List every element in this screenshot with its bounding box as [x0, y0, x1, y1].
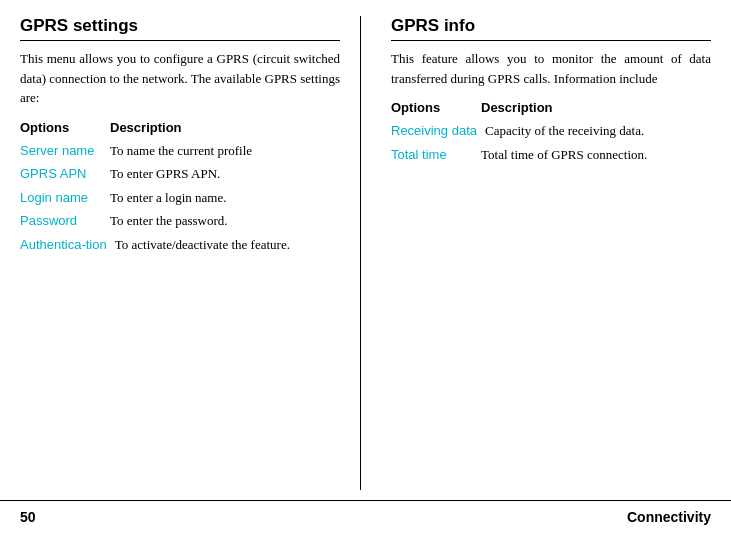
option-name-authentication: Authentica-tion: [20, 235, 115, 255]
option-name-server: Server name: [20, 141, 110, 161]
left-section-title: GPRS settings: [20, 16, 340, 41]
left-col-options-header: Options: [20, 120, 110, 135]
option-name-loginname: Login name: [20, 188, 110, 208]
list-item: Authentica-tion To activate/deactivate t…: [20, 235, 340, 255]
right-column: GPRS info This feature allows you to mon…: [381, 16, 711, 490]
option-name-totaltime: Total time: [391, 145, 481, 165]
right-col-desc-header: Description: [481, 100, 553, 115]
option-desc-password: To enter the password.: [110, 211, 228, 231]
right-section-title: GPRS info: [391, 16, 711, 41]
page-container: GPRS settings This menu allows you to co…: [0, 0, 731, 533]
option-desc-server: To name the current profile: [110, 141, 252, 161]
option-desc-totaltime: Total time of GPRS connection.: [481, 145, 647, 165]
option-desc-gprsapn: To enter GPRS APN.: [110, 164, 220, 184]
right-col-options-header: Options: [391, 100, 481, 115]
option-name-receiving: Receiving data: [391, 121, 485, 141]
left-col-desc-header: Description: [110, 120, 182, 135]
list-item: Password To enter the password.: [20, 211, 340, 231]
list-item: Total time Total time of GPRS connection…: [391, 145, 711, 165]
list-item: Login name To enter a login name.: [20, 188, 340, 208]
option-desc-receiving: Capacity of the receiving data.: [485, 121, 644, 141]
list-item: Receiving data Capacity of the receiving…: [391, 121, 711, 141]
list-item: GPRS APN To enter GPRS APN.: [20, 164, 340, 184]
option-name-password: Password: [20, 211, 110, 231]
left-column: GPRS settings This menu allows you to co…: [20, 16, 361, 490]
option-desc-loginname: To enter a login name.: [110, 188, 226, 208]
content-area: GPRS settings This menu allows you to co…: [0, 0, 731, 500]
option-name-gprsapn: GPRS APN: [20, 164, 110, 184]
footer-bar: 50 Connectivity: [0, 500, 731, 533]
left-intro-text: This menu allows you to configure a GPRS…: [20, 49, 340, 108]
right-intro-text: This feature allows you to monitor the a…: [391, 49, 711, 88]
right-col-headers: Options Description: [391, 100, 711, 115]
left-col-headers: Options Description: [20, 120, 340, 135]
section-label: Connectivity: [627, 509, 711, 525]
page-number: 50: [20, 509, 36, 525]
option-desc-authentication: To activate/deactivate the feature.: [115, 235, 290, 255]
list-item: Server name To name the current profile: [20, 141, 340, 161]
